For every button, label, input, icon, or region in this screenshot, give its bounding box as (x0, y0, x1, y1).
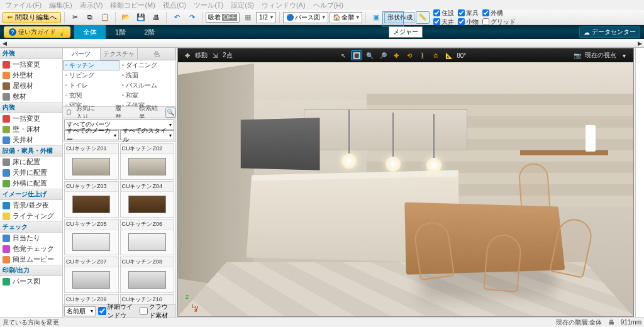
tree-item[interactable]: ▫ バスルーム (119, 80, 176, 91)
sidebar-item[interactable]: 壁・床材 (0, 124, 62, 135)
part-thumbnail[interactable]: CUキッチンZ02 (120, 143, 175, 180)
grid-icon[interactable]: ▦ (241, 11, 255, 24)
part-thumbnail[interactable]: CUキッチンZ01 (64, 143, 119, 180)
floor-tab-all[interactable]: 全体 (74, 25, 106, 39)
ruler-left-icon[interactable]: ◀ (0, 40, 9, 47)
data-center-button[interactable]: ☁データセンター (579, 26, 640, 38)
tab-texture[interactable]: テクスチャ (101, 48, 138, 60)
vp-rotate-icon[interactable]: ⟲ (404, 50, 415, 60)
chk-cloud-material[interactable]: クラウド素材 (140, 302, 174, 320)
tree-item[interactable]: ▫ ダイニング (119, 60, 176, 70)
vp-walk-icon[interactable]: 🚶 (417, 50, 428, 60)
menu-tool[interactable]: ツール(T) (194, 1, 223, 10)
floor-dropdown[interactable]: 🏠全階▼ (330, 12, 362, 23)
ruler-right-icon[interactable]: ▶ (635, 40, 644, 47)
chk-small[interactable]: 小物 (458, 18, 479, 26)
sidebar-item[interactable]: ライティング (0, 211, 62, 221)
cut-icon[interactable]: ✂ (68, 11, 82, 24)
sidebar-item[interactable]: 一括変更 (0, 59, 62, 70)
adsorb-toggle[interactable]: 吸着OFF (206, 13, 240, 23)
search-icon[interactable]: 🔍 (165, 108, 175, 118)
vp-camera-icon[interactable]: 📷 (572, 50, 583, 60)
filter-maker[interactable]: すべてのメーカー▾ (64, 130, 119, 140)
vp-zoomin-icon[interactable]: 🔍 (364, 50, 375, 60)
help-guide-button[interactable]: ?使い方ガイド💡 (4, 26, 70, 38)
menu-movecopy[interactable]: 移動コピー(M) (110, 1, 155, 10)
vp-2pt-icon[interactable]: ⇲ (209, 50, 221, 60)
chk-furn[interactable]: 家具 (458, 9, 479, 18)
save-icon[interactable]: 💾 (134, 11, 148, 24)
menu-file[interactable]: ファイル(F) (5, 1, 42, 10)
tree-item[interactable]: ▫ 洗面 (119, 70, 176, 80)
sidebar-item[interactable]: 一括変更 (0, 113, 62, 124)
sidebar-item[interactable]: 日当たり (0, 233, 62, 243)
sidebar-item[interactable]: 色覚チェック (0, 243, 62, 254)
part-thumbnail[interactable]: CUキッチンZ08 (120, 257, 175, 293)
tab-color[interactable]: 色 (138, 48, 175, 60)
chk-equip[interactable]: 住設 (433, 9, 454, 18)
part-thumbnail[interactable]: CUキッチンZ06 (120, 219, 175, 255)
print-icon[interactable]: 🖶 (149, 11, 163, 24)
vp-light-icon[interactable]: ⛭ (430, 50, 441, 60)
cat-head: 印刷/出力 (0, 265, 62, 276)
chk-grid[interactable]: グリッド (482, 18, 516, 26)
vp-zoomout-icon[interactable]: 🔎 (377, 50, 389, 60)
vp-angle-icon[interactable]: 📐 (443, 50, 455, 60)
cat-head: 設備・家具・外構 (0, 145, 62, 157)
tab-parts[interactable]: パーツ (63, 48, 101, 60)
grid-spacing-dropdown[interactable]: 1/2▼ (256, 12, 276, 23)
menu-edit[interactable]: 編集(E) (49, 1, 72, 10)
view-type-dropdown[interactable]: 🔵パース図▼ (283, 12, 328, 23)
sidebar-item[interactable]: 天井に配置 (0, 167, 62, 178)
part-thumbnail[interactable]: CUキッチンZ04 (120, 181, 175, 218)
status-bar: 見ている方向を変更 現在の階層:全体 🖶 911mm (0, 317, 644, 327)
tree-item[interactable]: ▫ リビング (63, 70, 119, 80)
floor-tab-1f[interactable]: 1階 (106, 25, 135, 39)
undo-icon[interactable]: ↶ (170, 11, 184, 24)
tree-item[interactable]: ▫ トイレ (63, 80, 119, 91)
vp-cursor-icon[interactable]: ↖ (338, 50, 349, 60)
vp-pan-icon[interactable]: ✥ (391, 50, 402, 60)
sidebar-item[interactable]: 天井材 (0, 135, 62, 145)
sidebar-item[interactable]: パース図 (0, 276, 62, 287)
sidebar-item[interactable]: 外構に配置 (0, 178, 62, 189)
measure-icon[interactable]: 📏 (416, 11, 430, 24)
back-to-floorplan-button[interactable]: ⬅ 間取り編集へ (3, 12, 61, 23)
3d-viewport[interactable]: パース図 z└yx (178, 62, 633, 316)
floor-tab-2f[interactable]: 2階 (135, 25, 164, 39)
vp-zoomwin-icon[interactable]: 🔳 (351, 50, 362, 60)
sidebar-item[interactable]: 屋根材 (0, 80, 62, 91)
sidebar-item[interactable]: 簡単ムービー (0, 254, 62, 265)
redo-icon[interactable]: ↷ (185, 11, 199, 24)
chk-ceil[interactable]: 天井 (433, 18, 454, 26)
sort-dropdown[interactable]: 名前順▾ (64, 306, 96, 316)
paste-icon[interactable]: 📋 (98, 11, 112, 24)
chk-detail-window[interactable]: 詳細ウインドウ (98, 302, 137, 320)
menu-settings[interactable]: 設定(S) (231, 1, 254, 10)
part-thumbnail[interactable]: CUキッチンZ03 (64, 181, 119, 218)
sidebar-item[interactable]: 外壁材 (0, 70, 62, 80)
filter-style[interactable]: すべてのスタイル▾ (120, 130, 175, 140)
part-thumbnail[interactable]: CUキッチンZ05 (64, 219, 119, 255)
box-icon[interactable]: ▣ (369, 11, 383, 24)
tree-item[interactable]: ▫ 和室 (119, 91, 176, 101)
open-icon[interactable]: 📂 (119, 11, 133, 24)
menu-window[interactable]: ウィンドウ(A) (262, 1, 306, 10)
copy-icon[interactable]: ⧉ (83, 11, 97, 24)
sidebar-item[interactable]: 敷材 (0, 91, 62, 102)
part-thumbnail[interactable]: CUキッチンZ07 (64, 257, 119, 293)
menu-viewpoint[interactable]: 視点(C) (163, 1, 186, 10)
sidebar-item[interactable]: 床に配置 (0, 157, 62, 167)
menu-view[interactable]: 表示(V) (80, 1, 103, 10)
vp-drop-icon[interactable]: ▾ (618, 50, 630, 60)
chk-ext[interactable]: 外構 (482, 9, 516, 18)
tree-item[interactable]: ▫ 玄関 (63, 91, 119, 101)
cat-head: イメージ仕上げ (0, 189, 62, 200)
shape-create-button[interactable]: 形状作成 (384, 12, 414, 23)
status-printer-icon[interactable]: 🖶 (608, 319, 614, 326)
tree-item[interactable]: ▫ キッチン (63, 60, 119, 70)
menu-help[interactable]: ヘルプ(H) (313, 1, 343, 10)
sidebar-item[interactable]: 背景/昼夕夜 (0, 200, 62, 211)
vp-move-icon[interactable]: ✥ (182, 50, 193, 60)
vp-angle-label: 80° (457, 52, 466, 59)
